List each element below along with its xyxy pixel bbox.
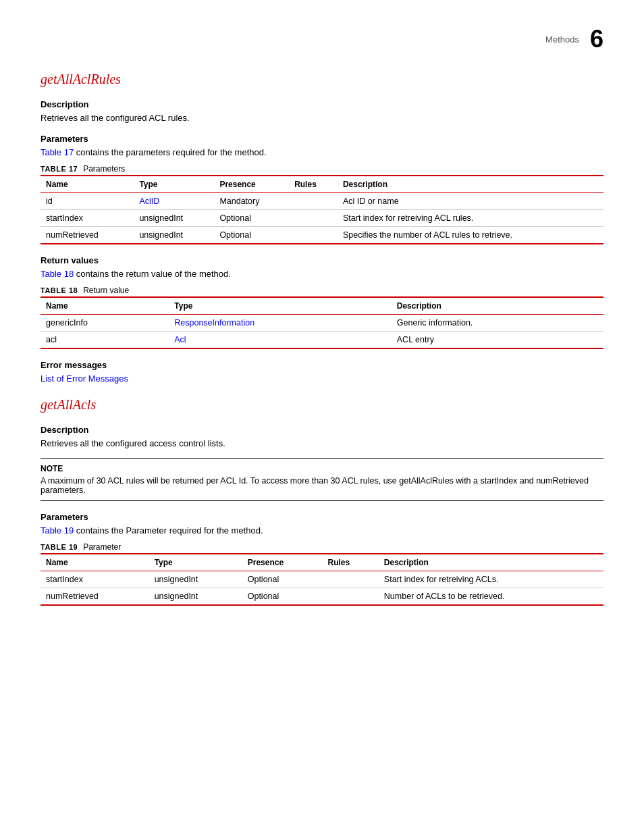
section1-title: getAllAclRules	[41, 72, 603, 87]
aclid-link[interactable]: AclID	[139, 197, 159, 206]
table-row: numRetrieved unsignedInt Optional Specif…	[41, 227, 603, 244]
table17-col-presence: Presence	[214, 176, 289, 193]
note-label: NOTE	[41, 464, 603, 473]
cell-description: Start index for retreiving ACLs.	[379, 571, 603, 588]
table-row: startIndex unsignedInt Optional Start in…	[41, 571, 603, 588]
table-row: id AclID Mandatory Acl ID or name	[41, 193, 603, 210]
table17-ref-link[interactable]: Table 17	[41, 147, 74, 157]
acl-link[interactable]: Acl	[174, 335, 186, 344]
table19-label: TABLE 19 Parameter	[41, 542, 603, 552]
table19-col-presence: Presence	[242, 554, 323, 571]
section-get-all-acls: getAllAcls Description Retrieves all the…	[41, 397, 603, 606]
cell-rules	[289, 227, 338, 244]
section1-return-values-label: Return values	[41, 255, 603, 265]
page-header: Methods 6	[41, 27, 603, 51]
cell-description: Generic information.	[392, 315, 603, 332]
cell-presence: Optional	[242, 588, 323, 606]
table19-col-rules: Rules	[322, 554, 378, 571]
cell-type: ResponseInformation	[169, 315, 392, 332]
cell-type: unsignedInt	[134, 210, 214, 227]
cell-presence: Optional	[214, 227, 289, 244]
cell-name: startIndex	[41, 571, 149, 588]
section1-description-label: Description	[41, 99, 603, 109]
section2-parameters-label: Parameters	[41, 512, 603, 522]
cell-rules	[289, 210, 338, 227]
table17: Name Type Presence Rules Description id …	[41, 175, 603, 244]
section1-return-values-intro: Table 18 contains the return value of th…	[41, 269, 603, 279]
response-information-link[interactable]: ResponseInformation	[174, 318, 254, 328]
cell-rules	[289, 193, 338, 210]
table17-col-rules: Rules	[289, 176, 338, 193]
section-label: Methods	[545, 34, 579, 45]
cell-name: acl	[41, 332, 169, 349]
table17-col-type: Type	[134, 176, 214, 193]
table-row: numRetrieved unsignedInt Optional Number…	[41, 588, 603, 606]
table17-label: TABLE 17 Parameters	[41, 164, 603, 174]
table18-header-row: Name Type Description	[41, 297, 603, 315]
table19-ref-link[interactable]: Table 19	[41, 525, 74, 536]
table18-name: Return value	[83, 286, 129, 295]
section2-description-text: Retrieves all the configured access cont…	[41, 438, 603, 448]
cell-presence: Mandatory	[214, 193, 289, 210]
table17-col-name: Name	[41, 176, 134, 193]
cell-description: Specifies the number of ACL rules to ret…	[338, 227, 603, 244]
table18-col-description: Description	[392, 297, 603, 315]
page-number: 6	[590, 27, 603, 51]
note-box: NOTE A maximum of 30 ACL rules will be r…	[41, 458, 603, 501]
table18-ref-link[interactable]: Table 18	[41, 269, 74, 279]
cell-description: Start index for retreiving ACL rules.	[338, 210, 603, 227]
section1-description-text: Retrieves all the configured ACL rules.	[41, 113, 603, 123]
cell-rules	[322, 588, 378, 606]
table17-name: Parameters	[83, 164, 125, 174]
table17-header-row: Name Type Presence Rules Description	[41, 176, 603, 193]
cell-type: Acl	[169, 332, 392, 349]
table19-tag: TABLE 19	[41, 543, 78, 551]
table17-col-description: Description	[338, 176, 603, 193]
cell-rules	[322, 571, 378, 588]
section2-parameters-intro: Table 19 contains the Parameter required…	[41, 525, 603, 536]
table-row: genericInfo ResponseInformation Generic …	[41, 315, 603, 332]
table18: Name Type Description genericInfo Respon…	[41, 296, 603, 349]
table19-name: Parameter	[83, 542, 121, 552]
table17-tag: TABLE 17	[41, 165, 78, 173]
table19-col-type: Type	[149, 554, 242, 571]
cell-type: unsignedInt	[149, 571, 242, 588]
section2-description-label: Description	[41, 425, 603, 435]
cell-presence: Optional	[242, 571, 323, 588]
table19-header-row: Name Type Presence Rules Description	[41, 554, 603, 571]
cell-type: unsignedInt	[134, 227, 214, 244]
cell-presence: Optional	[214, 210, 289, 227]
table18-col-type: Type	[169, 297, 392, 315]
note-text: A maximum of 30 ACL rules will be return…	[41, 476, 603, 495]
section2-title: getAllAcls	[41, 397, 603, 413]
table18-col-name: Name	[41, 297, 169, 315]
table18-label: TABLE 18 Return value	[41, 286, 603, 295]
section1-error-messages-link-container: List of Error Messages	[41, 373, 603, 384]
cell-description: Number of ACLs to be retrieved.	[379, 588, 603, 606]
table19: Name Type Presence Rules Description sta…	[41, 553, 603, 606]
table-row: startIndex unsignedInt Optional Start in…	[41, 210, 603, 227]
cell-type: unsignedInt	[149, 588, 242, 606]
cell-description: ACL entry	[392, 332, 603, 349]
section1-parameters-label: Parameters	[41, 134, 603, 144]
cell-name: numRetrieved	[41, 588, 149, 606]
table-row: acl Acl ACL entry	[41, 332, 603, 349]
section1-parameters-intro: Table 17 contains the parameters require…	[41, 147, 603, 157]
error-messages-link[interactable]: List of Error Messages	[41, 373, 128, 384]
section1-error-messages-label: Error messages	[41, 360, 603, 370]
cell-name: genericInfo	[41, 315, 169, 332]
table18-tag: TABLE 18	[41, 286, 78, 294]
cell-type: AclID	[134, 193, 214, 210]
cell-name: startIndex	[41, 210, 134, 227]
cell-description: Acl ID or name	[338, 193, 603, 210]
cell-name: id	[41, 193, 134, 210]
section-get-all-acl-rules: getAllAclRules Description Retrieves all…	[41, 72, 603, 384]
table19-col-name: Name	[41, 554, 149, 571]
cell-name: numRetrieved	[41, 227, 134, 244]
table19-col-description: Description	[379, 554, 603, 571]
